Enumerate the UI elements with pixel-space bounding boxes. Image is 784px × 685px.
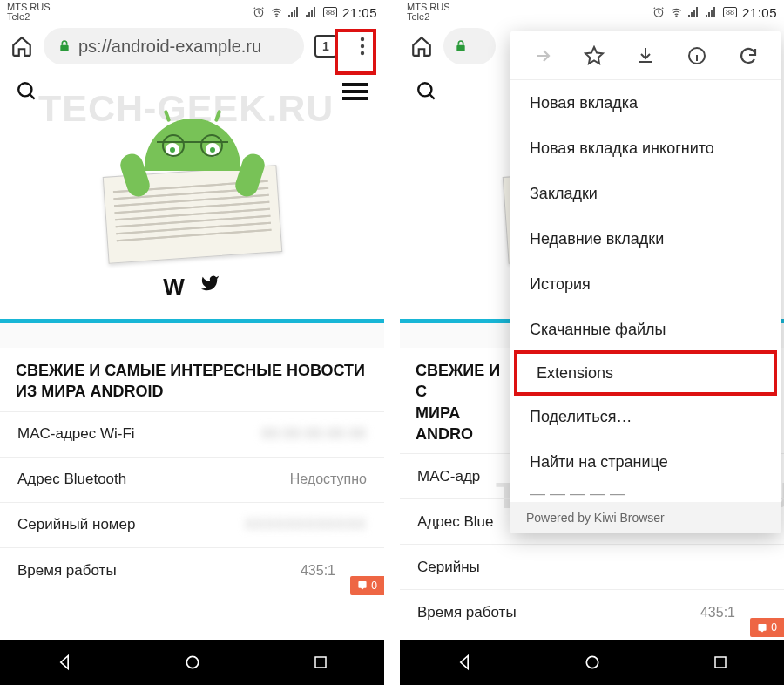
search-icon[interactable] bbox=[16, 80, 38, 103]
svg-rect-10 bbox=[60, 45, 68, 51]
highlight-menu-button bbox=[335, 29, 376, 75]
address-bar[interactable] bbox=[443, 28, 496, 64]
lock-icon bbox=[57, 38, 71, 54]
home-nav-icon[interactable] bbox=[184, 654, 201, 671]
android-mascot-reading-newspaper bbox=[97, 119, 288, 258]
svg-rect-26 bbox=[706, 15, 707, 17]
back-icon[interactable] bbox=[56, 654, 73, 671]
download-icon[interactable] bbox=[635, 45, 656, 66]
info-icon[interactable] bbox=[686, 45, 707, 66]
clock: 21:05 bbox=[742, 5, 777, 20]
svg-point-14 bbox=[18, 83, 31, 96]
android-nav-bar bbox=[400, 640, 784, 685]
menu-item-cut[interactable]: — — — — — bbox=[510, 485, 781, 502]
signal-1-icon bbox=[688, 7, 700, 17]
svg-rect-19 bbox=[315, 657, 326, 668]
list-item[interactable]: Адрес Bluetooth Недоступно bbox=[0, 458, 384, 503]
wifi-icon bbox=[670, 6, 683, 18]
home-button[interactable] bbox=[407, 31, 436, 61]
svg-rect-28 bbox=[711, 10, 713, 17]
alarm-icon bbox=[652, 6, 665, 18]
list-item[interactable]: Серийны bbox=[400, 545, 784, 590]
battery-level: 88 bbox=[723, 7, 737, 17]
svg-rect-34 bbox=[715, 657, 726, 668]
info-list: MAC-адрес Wi-Fi 00:00:00:00:00 Адрес Blu… bbox=[0, 411, 384, 593]
search-icon[interactable] bbox=[416, 80, 438, 103]
svg-point-18 bbox=[187, 656, 199, 668]
hero-image: W bbox=[0, 113, 384, 305]
address-bar[interactable]: ps://android-example.ru bbox=[44, 28, 304, 64]
recent-apps-icon[interactable] bbox=[713, 654, 728, 670]
home-button[interactable] bbox=[7, 31, 37, 61]
svg-point-21 bbox=[676, 16, 677, 17]
alarm-icon bbox=[253, 6, 265, 18]
menu-item-find[interactable]: Найти на странице bbox=[510, 439, 781, 485]
recent-apps-icon[interactable] bbox=[313, 654, 328, 670]
svg-rect-23 bbox=[691, 12, 693, 17]
menu-item-new-tab[interactable]: Новая вкладка bbox=[510, 80, 781, 125]
news-heading-cut: СВЕЖИЕ И С МИРА ANDRO bbox=[400, 348, 522, 453]
bookmark-star-icon[interactable] bbox=[584, 45, 605, 66]
svg-rect-3 bbox=[291, 12, 293, 17]
signal-2-icon bbox=[306, 7, 318, 17]
carrier-2: Tele2 bbox=[7, 12, 51, 22]
menu-icon-row bbox=[510, 31, 781, 80]
svg-point-1 bbox=[276, 16, 277, 17]
svg-rect-7 bbox=[308, 12, 310, 17]
svg-rect-5 bbox=[296, 7, 298, 17]
signal-2-icon bbox=[706, 7, 718, 17]
home-nav-icon[interactable] bbox=[584, 654, 601, 671]
list-item[interactable]: Серийный номер XXXXXXXXXXXX bbox=[0, 503, 384, 548]
svg-rect-6 bbox=[306, 15, 308, 17]
reload-icon[interactable] bbox=[738, 45, 759, 66]
lock-icon bbox=[454, 38, 468, 54]
svg-rect-22 bbox=[688, 15, 690, 17]
android-nav-bar bbox=[0, 640, 384, 685]
phone-right: MTS RUS Tele2 88 21:05 bbox=[400, 0, 784, 685]
hamburger-menu-icon[interactable] bbox=[342, 81, 368, 102]
menu-list: Новая вкладка Новая вкладка инкогнито За… bbox=[510, 80, 781, 502]
browser-menu-panel: Новая вкладка Новая вкладка инкогнито За… bbox=[510, 31, 781, 533]
svg-rect-15 bbox=[342, 83, 368, 86]
svg-rect-8 bbox=[311, 10, 313, 17]
phone-left: MTS RUS Tele2 88 21:05 bbox=[0, 0, 384, 685]
comment-badge[interactable]: 0 bbox=[750, 618, 784, 637]
menu-item-share[interactable]: Поделиться… bbox=[510, 394, 781, 439]
svg-rect-17 bbox=[342, 97, 368, 100]
status-bar: MTS RUS Tele2 88 21:05 bbox=[0, 0, 384, 23]
list-item[interactable]: Время работы 435:1 0 bbox=[0, 548, 384, 593]
menu-item-incognito[interactable]: Новая вкладка инкогнито bbox=[510, 125, 781, 171]
list-item[interactable]: MAC-адрес Wi-Fi 00:00:00:00:00 bbox=[0, 412, 384, 458]
svg-rect-30 bbox=[456, 45, 464, 51]
menu-item-bookmarks[interactable]: Закладки bbox=[510, 171, 781, 216]
svg-point-33 bbox=[587, 656, 598, 668]
wifi-icon bbox=[270, 6, 283, 18]
comment-badge[interactable]: 0 bbox=[350, 576, 384, 595]
social-icons: W bbox=[163, 274, 221, 301]
menu-item-downloads[interactable]: Скачанные файлы bbox=[510, 307, 781, 352]
url-text: ps://android-example.ru bbox=[78, 37, 261, 57]
svg-rect-16 bbox=[342, 90, 368, 93]
clock: 21:05 bbox=[342, 5, 377, 20]
menu-footer: Powered by Kiwi Browser bbox=[510, 502, 781, 533]
browser-toolbar: ps://android-example.ru 1 bbox=[0, 23, 384, 70]
carrier-2: Tele2 bbox=[407, 12, 450, 22]
svg-rect-2 bbox=[288, 15, 290, 17]
svg-point-31 bbox=[418, 83, 431, 96]
menu-item-history[interactable]: История bbox=[510, 261, 781, 307]
svg-rect-29 bbox=[713, 7, 715, 17]
back-icon[interactable] bbox=[456, 654, 473, 671]
svg-rect-25 bbox=[696, 7, 698, 17]
twitter-icon[interactable] bbox=[199, 274, 221, 301]
battery-level: 88 bbox=[323, 7, 337, 17]
signal-1-icon bbox=[288, 7, 301, 17]
vk-icon[interactable]: W bbox=[163, 274, 185, 301]
site-toolbar bbox=[0, 70, 384, 113]
menu-item-recent-tabs[interactable]: Недавние вкладки bbox=[510, 216, 781, 261]
list-item[interactable]: Время работы 435:1 0 bbox=[400, 590, 784, 635]
status-bar: MTS RUS Tele2 88 21:05 bbox=[400, 0, 784, 23]
svg-rect-9 bbox=[314, 7, 315, 17]
forward-icon[interactable] bbox=[532, 45, 553, 66]
svg-rect-27 bbox=[708, 12, 710, 17]
menu-item-extensions[interactable]: Extensions bbox=[514, 350, 777, 396]
